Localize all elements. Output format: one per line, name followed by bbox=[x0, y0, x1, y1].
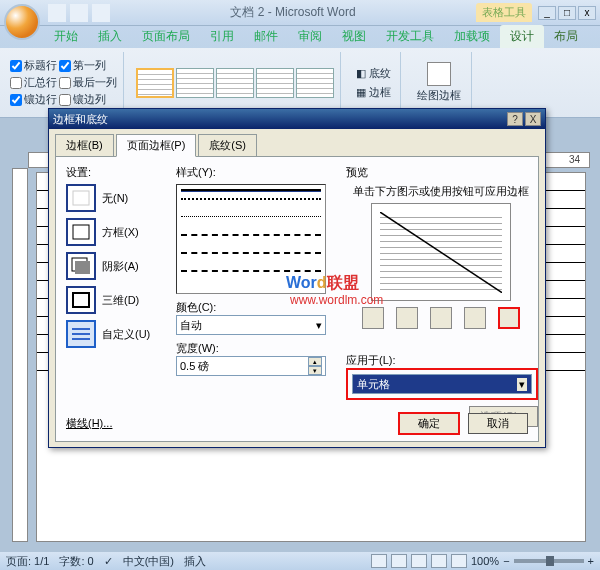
style-option[interactable] bbox=[181, 252, 321, 264]
maximize-button[interactable]: □ bbox=[558, 6, 576, 20]
shadow-icon bbox=[66, 252, 96, 280]
tab-developer[interactable]: 开发工具 bbox=[376, 25, 444, 48]
chk-banded-col[interactable] bbox=[59, 94, 71, 106]
chk-last-col[interactable] bbox=[59, 77, 71, 89]
chk-first-col[interactable] bbox=[59, 60, 71, 72]
window-title: 文档 2 - Microsoft Word bbox=[110, 4, 476, 21]
setting-box[interactable]: 方框(X) bbox=[66, 218, 166, 246]
status-insert-mode[interactable]: 插入 bbox=[184, 554, 206, 569]
style-option[interactable] bbox=[181, 270, 321, 282]
table-style-thumb[interactable] bbox=[296, 68, 334, 98]
preview-left-border-button[interactable] bbox=[396, 307, 418, 329]
style-label: 样式(Y): bbox=[176, 165, 336, 180]
tab-view[interactable]: 视图 bbox=[332, 25, 376, 48]
table-style-thumb[interactable] bbox=[176, 68, 214, 98]
spin-down-icon[interactable]: ▾ bbox=[308, 366, 322, 375]
dialog-tabs: 边框(B) 页面边框(P) 底纹(S) bbox=[49, 129, 545, 156]
view-draft-button[interactable] bbox=[451, 554, 467, 568]
vertical-ruler[interactable] bbox=[12, 168, 28, 542]
table-style-options-group: 标题行 第一列 汇总行 最后一列 镶边行 镶边列 bbox=[4, 52, 124, 113]
tab-insert[interactable]: 插入 bbox=[88, 25, 132, 48]
tab-addins[interactable]: 加载项 bbox=[444, 25, 500, 48]
dialog-help-button[interactable]: ? bbox=[507, 112, 523, 126]
table-style-thumb[interactable] bbox=[136, 68, 174, 98]
chk-total-row[interactable] bbox=[10, 77, 22, 89]
apply-to-combo[interactable]: 单元格 ▾ bbox=[352, 374, 532, 394]
setting-shadow[interactable]: 阴影(A) bbox=[66, 252, 166, 280]
dialog-titlebar[interactable]: 边框和底纹 ? X bbox=[49, 109, 545, 129]
preview-center-border-button[interactable] bbox=[430, 307, 452, 329]
spin-up-icon[interactable]: ▴ bbox=[308, 357, 322, 366]
tab-design[interactable]: 设计 bbox=[500, 25, 544, 48]
settings-label: 设置: bbox=[66, 165, 166, 180]
dialog-tab-border[interactable]: 边框(B) bbox=[55, 134, 114, 157]
tab-mailings[interactable]: 邮件 bbox=[244, 25, 288, 48]
setting-none[interactable]: 无(N) bbox=[66, 184, 166, 212]
status-page[interactable]: 页面: 1/1 bbox=[6, 554, 49, 569]
style-option[interactable] bbox=[181, 216, 321, 228]
status-words[interactable]: 字数: 0 bbox=[59, 554, 93, 569]
close-button[interactable]: x bbox=[578, 6, 596, 20]
draw-border-button[interactable]: 绘图边框 bbox=[413, 60, 465, 105]
zoom-out-button[interactable]: − bbox=[503, 555, 509, 567]
view-outline-button[interactable] bbox=[431, 554, 447, 568]
tab-layout[interactable]: 布局 bbox=[544, 25, 588, 48]
table-style-thumb[interactable] bbox=[216, 68, 254, 98]
title-bar: 文档 2 - Microsoft Word 表格工具 _ □ x bbox=[0, 0, 600, 26]
preview-hint: 单击下方图示或使用按钮可应用边框 bbox=[346, 184, 536, 199]
apply-to-label: 应用于(L): bbox=[346, 353, 538, 368]
setting-3d[interactable]: 三维(D) bbox=[66, 286, 166, 314]
box-icon bbox=[66, 218, 96, 246]
office-button[interactable] bbox=[4, 4, 40, 40]
tab-review[interactable]: 审阅 bbox=[288, 25, 332, 48]
status-bar: 页面: 1/1 字数: 0 ✓ 中文(中国) 插入 100% − + bbox=[0, 552, 600, 570]
minimize-button[interactable]: _ bbox=[538, 6, 556, 20]
ruler-marker: 34 bbox=[569, 154, 580, 165]
save-icon[interactable] bbox=[48, 4, 66, 22]
dialog-tab-page-border[interactable]: 页面边框(P) bbox=[116, 134, 197, 157]
tab-home[interactable]: 开始 bbox=[44, 25, 88, 48]
borders-button[interactable]: ▦边框 bbox=[353, 84, 394, 101]
tab-references[interactable]: 引用 bbox=[200, 25, 244, 48]
preview-right-border-button[interactable] bbox=[464, 307, 486, 329]
style-option[interactable] bbox=[181, 189, 321, 192]
quick-access-toolbar bbox=[48, 4, 110, 22]
zoom-in-button[interactable]: + bbox=[588, 555, 594, 567]
view-fullscreen-button[interactable] bbox=[391, 554, 407, 568]
view-web-button[interactable] bbox=[411, 554, 427, 568]
setting-custom[interactable]: 自定义(U) bbox=[66, 320, 166, 348]
preview-diag-down-button[interactable] bbox=[362, 307, 384, 329]
chk-header-row[interactable] bbox=[10, 60, 22, 72]
tab-page-layout[interactable]: 页面布局 bbox=[132, 25, 200, 48]
undo-icon[interactable] bbox=[70, 4, 88, 22]
redo-icon[interactable] bbox=[92, 4, 110, 22]
shading-button[interactable]: ◧底纹 bbox=[353, 65, 394, 82]
bucket-icon: ◧ bbox=[356, 67, 366, 80]
horizontal-line-link[interactable]: 横线(H)... bbox=[66, 416, 112, 431]
style-listbox[interactable] bbox=[176, 184, 326, 294]
three-d-icon bbox=[66, 286, 96, 314]
dialog-tab-shading[interactable]: 底纹(S) bbox=[198, 134, 257, 157]
zoom-slider[interactable] bbox=[514, 559, 584, 563]
style-option[interactable] bbox=[181, 198, 321, 210]
dialog-close-button[interactable]: X bbox=[525, 112, 541, 126]
color-combo[interactable]: 自动▾ bbox=[176, 315, 326, 335]
dialog-title: 边框和底纹 bbox=[53, 112, 505, 127]
ribbon-tabs: 开始 插入 页面布局 引用 邮件 审阅 视图 开发工具 加载项 设计 布局 bbox=[0, 26, 600, 48]
watermark-url: www.wordlm.com bbox=[290, 293, 383, 307]
status-proof-icon[interactable]: ✓ bbox=[104, 555, 113, 568]
preview-diag-up-button[interactable] bbox=[498, 307, 520, 329]
preview-diagram[interactable] bbox=[371, 203, 511, 301]
ok-button[interactable]: 确定 bbox=[398, 412, 460, 435]
zoom-level[interactable]: 100% bbox=[471, 555, 499, 567]
chk-banded-row[interactable] bbox=[10, 94, 22, 106]
view-print-layout-button[interactable] bbox=[371, 554, 387, 568]
style-option[interactable] bbox=[181, 234, 321, 246]
status-language[interactable]: 中文(中国) bbox=[123, 554, 174, 569]
table-style-thumb[interactable] bbox=[256, 68, 294, 98]
cancel-button[interactable]: 取消 bbox=[468, 413, 528, 434]
width-combo[interactable]: 0.5 磅 ▴▾ bbox=[176, 356, 326, 376]
custom-icon bbox=[66, 320, 96, 348]
shading-borders-group: ◧底纹 ▦边框 bbox=[347, 52, 401, 113]
table-styles-group bbox=[130, 52, 341, 113]
